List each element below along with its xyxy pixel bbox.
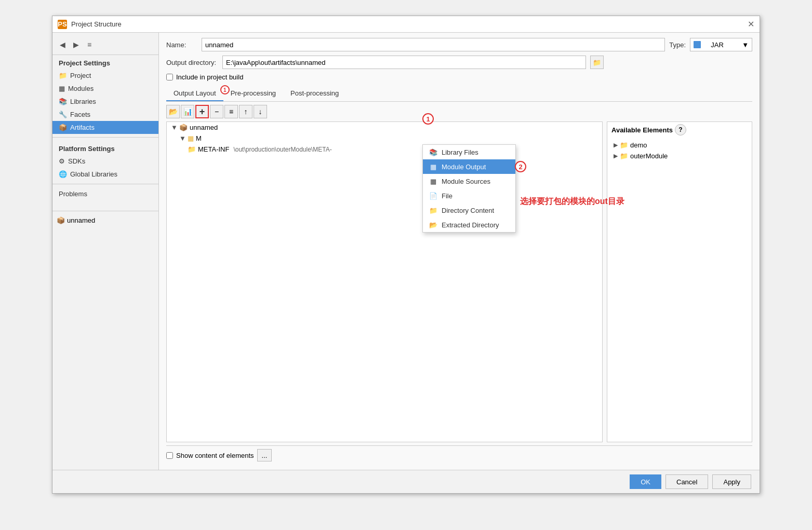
- sidebar-item-global-libraries[interactable]: 🌐 Global Libraries: [52, 168, 158, 181]
- project-icon: 📁: [59, 72, 67, 79]
- demo-label: demo: [630, 141, 647, 149]
- artifacts-icon: 📦: [59, 124, 67, 131]
- forward-button[interactable]: ▶: [70, 39, 82, 50]
- available-elements-panel: Available Elements ? ▶ 📁 demo ▶ 📁 outerM…: [607, 121, 752, 442]
- annotation-circle-2: 2: [515, 161, 526, 172]
- dropdown-module-output[interactable]: ▦ Module Output: [423, 159, 515, 174]
- show-content-btn[interactable]: ...: [257, 449, 272, 461]
- remove-tool-button[interactable]: −: [210, 105, 223, 118]
- tab-preprocessing[interactable]: Pre-processing: [223, 86, 283, 101]
- tree-root-node[interactable]: ▼ 📦 unnamed: [167, 122, 602, 133]
- tab-postprocessing-label: Post-processing: [290, 89, 339, 97]
- module-output-icon: ▦: [429, 162, 437, 171]
- sidebar-item-modules[interactable]: ▦ Modules: [52, 82, 158, 95]
- artifact-tree-item[interactable]: 📦 unnamed: [52, 214, 158, 226]
- app-icon: PS: [58, 20, 67, 29]
- modules-icon: ▦: [59, 85, 65, 92]
- recent-button[interactable]: ≡: [84, 39, 95, 50]
- sidebar-item-artifacts[interactable]: 📦 Artifacts: [52, 121, 158, 134]
- tab-output-layout[interactable]: Output Layout 1: [166, 86, 223, 101]
- extracted-directory-icon: 📂: [429, 221, 437, 229]
- cancel-button[interactable]: Cancel: [665, 474, 708, 489]
- sidebar-divider-2: [52, 184, 158, 184]
- dropdown-file-label: File: [442, 192, 452, 200]
- tabs-bar: Output Layout 1 Pre-processing Post-proc…: [166, 86, 752, 102]
- name-input[interactable]: [202, 38, 665, 51]
- outermodule-label: outerModule: [630, 152, 668, 160]
- available-outer-module[interactable]: ▶ 📁 outerModule: [609, 151, 750, 161]
- available-demo[interactable]: ▶ 📁 demo: [609, 140, 750, 151]
- demo-expand-icon: ▶: [614, 142, 618, 148]
- tab-postprocessing[interactable]: Post-processing: [283, 86, 346, 101]
- available-elements-title: Available Elements: [611, 126, 673, 134]
- dropdown-module-output-label: Module Output: [442, 163, 486, 171]
- window-title: Project Structure: [71, 20, 122, 28]
- module-label: M: [196, 134, 202, 142]
- child-expand-icon: ▼: [179, 134, 185, 142]
- browse-folder-button[interactable]: 📁: [590, 56, 604, 69]
- dropdown-file[interactable]: 📄 File: [423, 188, 515, 203]
- sidebar-item-facets[interactable]: 🔧 Facets: [52, 108, 158, 121]
- titlebar: PS Project Structure ✕: [52, 16, 760, 33]
- tab-badge-1: 1: [220, 85, 230, 94]
- sidebar: ◀ ▶ ≡ Project Settings 📁 Project ▦ Modul…: [52, 33, 159, 470]
- help-button[interactable]: ?: [675, 124, 686, 135]
- artifact-tree-icon: 📦: [57, 216, 65, 224]
- global-libraries-icon: 🌐: [59, 170, 67, 178]
- sidebar-item-project[interactable]: 📁 Project: [52, 69, 158, 82]
- sidebar-item-problems[interactable]: Problems: [52, 187, 158, 200]
- main-panel: Name: Type: JAR ▼ Output directory: 📁 In…: [159, 33, 760, 470]
- type-label: Type:: [669, 41, 686, 49]
- annotation-text: 选择要打包的模块的out目录: [520, 196, 624, 207]
- back-button[interactable]: ◀: [57, 39, 68, 50]
- add-tool-button[interactable]: +: [195, 105, 209, 118]
- available-elements-header: Available Elements ?: [607, 122, 752, 138]
- output-dir-label: Output directory:: [166, 59, 218, 66]
- directory-content-icon: 📁: [429, 206, 437, 214]
- dropdown-module-sources[interactable]: ▦ Module Sources: [423, 174, 515, 188]
- dropdown-extracted-directory[interactable]: 📂 Extracted Directory: [423, 218, 515, 232]
- apply-button[interactable]: Apply: [712, 474, 751, 489]
- include-label[interactable]: Include in project build: [176, 73, 243, 81]
- ok-button[interactable]: OK: [630, 474, 661, 489]
- modules-label: Modules: [68, 85, 94, 92]
- project-label: Project: [70, 72, 91, 79]
- show-content-label[interactable]: Show content of elements: [176, 452, 254, 459]
- outermodule-expand-icon: ▶: [614, 153, 618, 159]
- close-icon[interactable]: ✕: [748, 19, 754, 29]
- chart-tool-button[interactable]: 📊: [181, 105, 194, 118]
- sdks-label: SDKs: [68, 157, 85, 165]
- tree-root-label: unnamed: [190, 124, 218, 131]
- output-tree: ▼ 📦 unnamed ▼ ▦ M 📁 META-INF \out\produc…: [166, 121, 603, 442]
- output-toolbar: 📂 📊 + − ≡ ↑ ↓: [166, 105, 752, 118]
- dropdown-directory-content[interactable]: 📁 Directory Content: [423, 203, 515, 218]
- meta-path: \out\production\outerModule\META-: [233, 146, 331, 153]
- name-row: Name: Type: JAR ▼: [166, 38, 752, 51]
- type-select[interactable]: JAR ▼: [690, 38, 752, 51]
- bottom-bar: Show content of elements ...: [166, 445, 752, 465]
- include-checkbox[interactable]: [166, 74, 173, 80]
- output-dir-input[interactable]: [222, 56, 586, 69]
- sidebar-divider: [52, 137, 158, 138]
- dropdown-extracted-directory-label: Extracted Directory: [442, 221, 499, 229]
- tree-child-node[interactable]: ▼ ▦ M: [167, 133, 602, 144]
- file-icon: 📄: [429, 192, 437, 200]
- tree-meta-node[interactable]: 📁 META-INF \out\production\outerModule\M…: [167, 144, 602, 155]
- output-dir-row: Output directory: 📁: [166, 56, 752, 69]
- open-folder-tool-button[interactable]: 📂: [166, 105, 180, 118]
- dropdown-library-files-label: Library Files: [442, 148, 478, 156]
- dropdown-library-files[interactable]: 📚 Library Files: [423, 145, 515, 159]
- properties-tool-button[interactable]: ≡: [224, 105, 238, 118]
- sidebar-item-libraries[interactable]: 📚 Libraries: [52, 95, 158, 108]
- include-checkbox-row: Include in project build: [166, 73, 752, 81]
- show-content-checkbox[interactable]: [166, 452, 173, 459]
- type-select-icon: [694, 41, 701, 48]
- sidebar-item-sdks[interactable]: ⚙ SDKs: [52, 155, 158, 168]
- move-down-tool-button[interactable]: ↓: [254, 105, 267, 118]
- dropdown-directory-content-label: Directory Content: [442, 207, 494, 214]
- meta-folder-icon: 📁: [188, 145, 196, 153]
- available-elements-list: ▶ 📁 demo ▶ 📁 outerModule: [607, 138, 752, 164]
- facets-icon: 🔧: [59, 111, 67, 118]
- move-up-tool-button[interactable]: ↑: [239, 105, 252, 118]
- artifacts-label: Artifacts: [70, 124, 95, 131]
